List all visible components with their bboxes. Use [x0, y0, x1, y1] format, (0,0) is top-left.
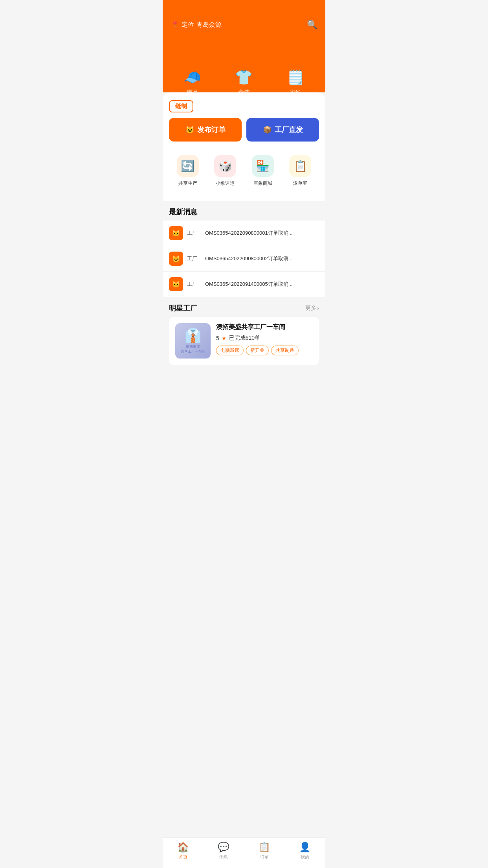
- news-item-2[interactable]: 🐱 工厂 OMS036542022090800002订单取消...: [163, 246, 325, 272]
- tag-badge: 缝制: [169, 100, 193, 112]
- location-icon: 📍: [171, 20, 179, 29]
- publish-order-button[interactable]: 🐱 发布订单: [169, 118, 242, 142]
- service-mall[interactable]: 🏪 巨象商城: [252, 155, 274, 187]
- chevron-right-icon: ›: [317, 305, 319, 311]
- tag-shared: 共享制造: [271, 346, 299, 355]
- publish-label: 发布订单: [197, 125, 226, 134]
- news-source-3: 工厂: [187, 281, 201, 288]
- factory-image: 👔 澳拓美盛共享工厂一车间: [175, 323, 211, 359]
- shared-production-icon: 🔄: [177, 155, 199, 177]
- hats-icon: 🧢: [183, 69, 201, 86]
- service-express[interactable]: 🎲 小象速运: [214, 155, 236, 187]
- service-shared-label: 共享生产: [178, 180, 197, 187]
- header: 📍 定位 青岛众源 🔍: [163, 0, 325, 61]
- home-textile-icon: 🗒️: [287, 69, 305, 86]
- more-link[interactable]: 更多 ›: [305, 305, 319, 312]
- content-area: 缝制 🐱 发布订单 📦 工厂直发 🔄 共享生产 🎲: [163, 92, 325, 403]
- service-express-label: 小象速运: [216, 180, 235, 187]
- express-icon: 🎲: [214, 155, 236, 177]
- news-source-2: 工厂: [187, 255, 201, 262]
- tag-cnc: 电脑裁床: [216, 346, 244, 355]
- star-factory-header: 明星工厂 更多 ›: [163, 297, 325, 317]
- location-name: 青岛众源: [196, 21, 222, 29]
- service-dispatch-label: 派单宝: [293, 180, 307, 187]
- news-list: 🐱 工厂 OMS036542022090800001订单取消... 🐱 工厂 O…: [163, 221, 325, 297]
- factory-name: 澳拓美盛共享工厂一车间: [216, 323, 313, 331]
- service-grid: 🔄 共享生产 🎲 小象速运 🏪 巨象商城 📋 派单宝: [169, 151, 319, 193]
- latest-news-title: 最新消息: [163, 201, 325, 221]
- factory-tags: 电脑裁床 新开业 共享制造: [216, 346, 313, 355]
- news-text-3: OMS036542022091400005订单取消...: [205, 281, 319, 288]
- news-item-1[interactable]: 🐱 工厂 OMS036542022090800001订单取消...: [163, 221, 325, 246]
- search-icon: 🔍: [307, 20, 317, 29]
- search-button[interactable]: 🔍: [307, 20, 317, 30]
- news-icon-3: 🐱: [169, 277, 183, 291]
- tag-new: 新开业: [246, 346, 269, 355]
- news-icon-1: 🐱: [169, 226, 183, 240]
- rating-number: 5: [216, 335, 219, 341]
- factory-icon: 📦: [263, 125, 272, 134]
- news-source-1: 工厂: [187, 230, 201, 237]
- main-card: 缝制 🐱 发布订单 📦 工厂直发 🔄 共享生产 🎲: [163, 92, 325, 201]
- factory-img-label: 澳拓美盛共享工厂一车间: [181, 345, 205, 354]
- factory-info: 澳拓美盛共享工厂一车间 5 ★ 已完成610单 电脑裁床 新开业 共享制造: [216, 323, 313, 355]
- news-icon-2: 🐱: [169, 252, 183, 266]
- service-dispatch[interactable]: 📋 派单宝: [289, 155, 311, 187]
- dispatch-icon: 📋: [289, 155, 311, 177]
- factory-direct-button[interactable]: 📦 工厂直发: [246, 118, 319, 142]
- completed-count: 已完成610单: [229, 335, 260, 342]
- location-label: 定位: [182, 21, 194, 29]
- star-icon: ★: [222, 335, 227, 341]
- star-factory-title: 明星工厂: [169, 303, 197, 313]
- factory-shirt-icon: 👔: [185, 327, 201, 343]
- service-shared-production[interactable]: 🔄 共享生产: [177, 155, 199, 187]
- action-buttons: 🐱 发布订单 📦 工厂直发: [169, 118, 319, 142]
- factory-rating: 5 ★ 已完成610单: [216, 335, 313, 342]
- more-label: 更多: [305, 305, 316, 312]
- news-item-3[interactable]: 🐱 工厂 OMS036542022091400005订单取消...: [163, 272, 325, 297]
- mall-icon: 🏪: [252, 155, 274, 177]
- news-text-2: OMS036542022090800002订单取消...: [205, 255, 319, 262]
- kids-icon: 👕: [235, 69, 253, 86]
- factory-card[interactable]: 👔 澳拓美盛共享工厂一车间 澳拓美盛共享工厂一车间 5 ★ 已完成610单 电脑…: [169, 317, 319, 365]
- publish-icon: 🐱: [185, 125, 194, 134]
- factory-label: 工厂直发: [275, 125, 303, 134]
- service-mall-label: 巨象商城: [253, 180, 272, 187]
- location-area[interactable]: 📍 定位 青岛众源: [171, 20, 222, 29]
- news-text-1: OMS036542022090800001订单取消...: [205, 230, 319, 237]
